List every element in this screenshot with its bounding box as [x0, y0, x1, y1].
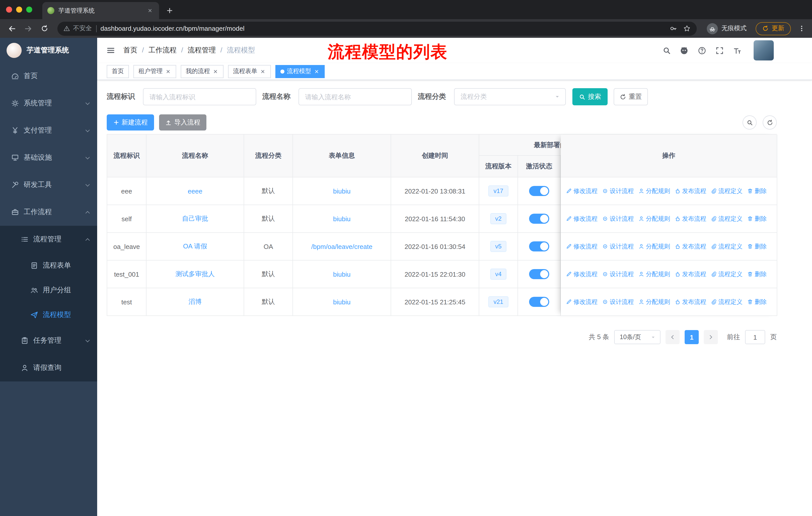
- process-name-link[interactable]: 测试多审批人: [175, 270, 215, 279]
- design-process-link[interactable]: 设计流程: [602, 187, 634, 195]
- back-button[interactable]: [5, 21, 19, 35]
- sidebar-item-user-group[interactable]: 用户分组: [0, 278, 97, 302]
- form-link[interactable]: biubiu: [333, 215, 350, 222]
- version-badge[interactable]: v2: [490, 213, 506, 224]
- edit-process-link[interactable]: 修改流程: [566, 214, 598, 223]
- process-definition-link[interactable]: 流程定义: [711, 298, 743, 306]
- tag-home[interactable]: 首页: [107, 65, 129, 78]
- edit-process-link[interactable]: 修改流程: [566, 298, 598, 306]
- edit-process-link[interactable]: 修改流程: [566, 270, 598, 278]
- password-key-icon[interactable]: [670, 25, 677, 32]
- assign-rule-link[interactable]: 分配规则: [638, 298, 670, 306]
- close-icon[interactable]: [314, 68, 320, 74]
- delete-link[interactable]: 删除: [747, 187, 767, 195]
- reset-button[interactable]: 重置: [614, 88, 648, 105]
- form-link[interactable]: biubiu: [333, 298, 350, 306]
- toggle-search-button[interactable]: [743, 115, 757, 130]
- tag-process-form[interactable]: 流程表单: [228, 65, 271, 78]
- delete-link[interactable]: 删除: [747, 242, 767, 251]
- help-icon[interactable]: [697, 45, 707, 55]
- breadcrumb-workflow[interactable]: 工作流程: [148, 46, 188, 55]
- process-definition-link[interactable]: 流程定义: [711, 270, 743, 278]
- edit-process-link[interactable]: 修改流程: [566, 187, 598, 195]
- category-select[interactable]: 流程分类: [454, 88, 566, 105]
- next-page-button[interactable]: [704, 330, 718, 344]
- sidebar-item-home[interactable]: 首页: [0, 62, 97, 90]
- security-status[interactable]: 不安全: [63, 24, 92, 33]
- version-badge[interactable]: v5: [490, 241, 506, 252]
- delete-link[interactable]: 删除: [747, 270, 767, 278]
- sidebar-item-leave-query[interactable]: 请假查询: [0, 354, 97, 381]
- zoom-window-button[interactable]: [26, 6, 32, 12]
- assign-rule-link[interactable]: 分配规则: [638, 270, 670, 278]
- tag-process-model[interactable]: 流程模型: [276, 65, 325, 78]
- sidebar-item-task-mgmt[interactable]: 任务管理: [0, 327, 97, 354]
- user-avatar[interactable]: [754, 40, 774, 60]
- sidebar-item-process-mgmt[interactable]: 流程管理: [0, 226, 97, 253]
- assign-rule-link[interactable]: 分配规则: [638, 187, 670, 195]
- search-button[interactable]: 搜索: [572, 88, 608, 105]
- sidebar-item-payment[interactable]: 支付管理: [0, 117, 97, 144]
- minimize-window-button[interactable]: [16, 6, 22, 12]
- sidebar-item-infra[interactable]: 基础设施: [0, 144, 97, 171]
- process-name-link[interactable]: eeee: [188, 187, 202, 195]
- goto-page-input[interactable]: [745, 330, 765, 344]
- breadcrumb-home[interactable]: 首页: [123, 46, 148, 55]
- browser-menu-button[interactable]: [796, 21, 807, 35]
- sidebar-item-workflow[interactable]: 工作流程: [0, 198, 97, 226]
- design-process-link[interactable]: 设计流程: [602, 298, 634, 306]
- design-process-link[interactable]: 设计流程: [602, 214, 634, 223]
- active-toggle[interactable]: [529, 297, 549, 307]
- form-link[interactable]: biubiu: [333, 187, 350, 195]
- form-link[interactable]: /bpm/oa/leave/create: [311, 243, 373, 250]
- search-icon[interactable]: [662, 45, 671, 55]
- active-toggle[interactable]: [529, 186, 549, 196]
- process-name-link[interactable]: 滔博: [188, 297, 202, 306]
- close-window-button[interactable]: [6, 6, 12, 12]
- active-toggle[interactable]: [529, 214, 549, 224]
- process-definition-link[interactable]: 流程定义: [711, 214, 743, 223]
- process-definition-link[interactable]: 流程定义: [711, 242, 743, 251]
- publish-process-link[interactable]: 发布流程: [674, 187, 706, 195]
- forward-button[interactable]: [21, 21, 35, 35]
- sidebar-item-process-model[interactable]: 流程模型: [0, 302, 97, 327]
- github-icon[interactable]: [679, 45, 689, 55]
- publish-process-link[interactable]: 发布流程: [674, 214, 706, 223]
- publish-process-link[interactable]: 发布流程: [674, 298, 706, 306]
- publish-process-link[interactable]: 发布流程: [674, 270, 706, 278]
- active-toggle[interactable]: [529, 269, 549, 279]
- delete-link[interactable]: 删除: [747, 214, 767, 223]
- tab-close-icon[interactable]: [146, 6, 154, 15]
- assign-rule-link[interactable]: 分配规则: [638, 242, 670, 251]
- tag-my-process[interactable]: 我的流程: [181, 65, 224, 78]
- tag-tenant[interactable]: 租户管理: [134, 65, 176, 78]
- reload-button[interactable]: [37, 21, 51, 35]
- create-process-button[interactable]: 新建流程: [107, 114, 154, 131]
- sidebar-collapse-icon[interactable]: [104, 44, 117, 57]
- sidebar-item-system[interactable]: 系统管理: [0, 90, 97, 117]
- edit-process-link[interactable]: 修改流程: [566, 242, 598, 251]
- fullscreen-icon[interactable]: [714, 45, 724, 55]
- process-name-link[interactable]: OA 请假: [183, 242, 207, 251]
- font-size-icon[interactable]: [732, 45, 742, 55]
- design-process-link[interactable]: 设计流程: [602, 270, 634, 278]
- chrome-update-button[interactable]: 更新: [756, 22, 791, 35]
- version-badge[interactable]: v17: [489, 185, 509, 196]
- bookmark-star-icon[interactable]: [683, 25, 691, 32]
- sidebar-item-process-form[interactable]: 流程表单: [0, 253, 97, 278]
- sidebar-item-devtools[interactable]: 研发工具: [0, 171, 97, 198]
- page-size-select[interactable]: 10条/页: [614, 330, 661, 344]
- breadcrumb-process-mgmt[interactable]: 流程管理: [188, 46, 227, 55]
- design-process-link[interactable]: 设计流程: [602, 242, 634, 251]
- address-bar[interactable]: 不安全 dashboard.yudao.iocoder.cn/bpm/manag…: [57, 21, 697, 35]
- version-badge[interactable]: v21: [489, 296, 509, 307]
- delete-link[interactable]: 删除: [747, 298, 767, 306]
- process-key-input[interactable]: [143, 88, 256, 105]
- active-toggle[interactable]: [529, 241, 549, 251]
- process-name-input[interactable]: [298, 88, 412, 105]
- prev-page-button[interactable]: [666, 330, 679, 344]
- new-tab-button[interactable]: [163, 4, 176, 17]
- browser-tab[interactable]: 芋道管理系统: [42, 2, 159, 19]
- close-icon[interactable]: [260, 68, 266, 74]
- import-process-button[interactable]: 导入流程: [159, 114, 206, 131]
